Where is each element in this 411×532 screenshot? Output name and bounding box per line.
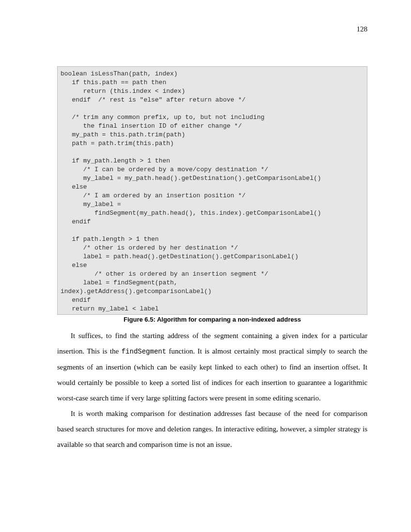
body-text: It suffices, to find the starting addres… xyxy=(57,328,367,452)
paragraph-1: It suffices, to find the starting addres… xyxy=(57,328,367,406)
p1-text-b: function. It is almost certainly most pr… xyxy=(57,347,367,402)
page-content: boolean isLessThan(path, index) if this.… xyxy=(57,66,367,452)
inline-code-findsegment: findSegment xyxy=(122,348,166,355)
paragraph-2: It is worth making comparison for destin… xyxy=(57,406,367,452)
figure-caption: Figure 6.5: Algorithm for comparing a no… xyxy=(57,316,367,323)
page-number: 128 xyxy=(357,25,368,33)
page: 128 boolean isLessThan(path, index) if t… xyxy=(0,0,411,532)
code-block: boolean isLessThan(path, index) if this.… xyxy=(57,66,367,315)
